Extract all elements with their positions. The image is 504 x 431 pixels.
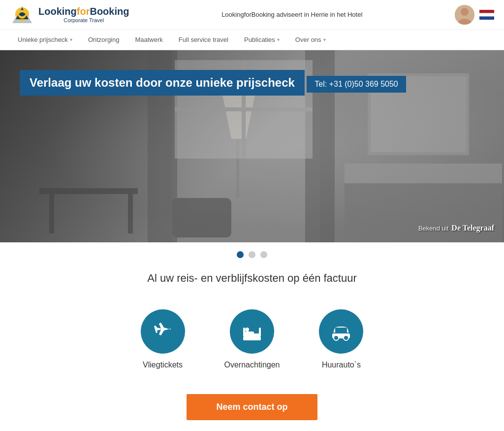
logo-icon [10,3,34,26]
chevron-down-icon: ▾ [277,37,280,42]
logo-brand: LookingforBooking [38,6,129,17]
svg-rect-21 [345,164,502,183]
person-avatar [455,5,474,25]
telegraaf-label: De Telegraaf [451,224,494,232]
carousel-dot-3[interactable] [260,251,267,258]
chevron-down-icon: ▾ [70,37,72,42]
vliegtickets-label: Vliegtickets [143,361,183,369]
site-header: LookingforBooking Corporate Travel Looki… [0,0,504,30]
contact-button[interactable]: Neem contact op [187,394,317,420]
tagline-text: Al uw reis- en verblijfskosten op één fa… [0,272,504,285]
plane-icon [151,320,175,343]
logo-sub: Corporate Travel [38,17,129,23]
services-section: Vliegtickets Overnachtingen [0,299,504,389]
svg-point-35 [334,335,339,340]
svg-point-32 [245,328,249,332]
svg-rect-9 [479,13,494,16]
hero-section: Verlaag uw kosten door onze unieke prijs… [0,50,504,242]
huurautos-icon-circle[interactable] [319,309,363,354]
nav-item-prijscheck[interactable]: Unieke prijscheck ▾ [10,30,80,50]
nav-item-maatwerk[interactable]: Maatwerk [127,30,170,50]
svg-rect-31 [245,332,254,335]
header-center-text: LookingforBooking adviseert in Herrie in… [129,11,455,18]
logo-area[interactable]: LookingforBooking Corporate Travel [10,3,129,26]
header-right [455,5,494,25]
svg-rect-17 [172,198,231,237]
svg-rect-28 [243,336,261,340]
chevron-down-icon: ▾ [323,37,326,42]
car-icon [329,320,353,343]
netherlands-flag-icon[interactable] [479,10,494,20]
overnachtingen-label: Overnachtingen [224,361,280,369]
main-nav: Unieke prijscheck ▾ Ontzorging Maatwerk … [0,30,504,50]
svg-rect-29 [243,328,245,336]
svg-rect-37 [333,332,338,333]
svg-rect-10 [479,16,494,20]
service-overnachtingen: Overnachtingen [224,309,280,369]
overnachtingen-icon-circle[interactable] [230,309,274,354]
huurautos-label: Huurauto`s [322,361,361,369]
svg-point-36 [344,335,348,340]
svg-rect-8 [479,10,494,13]
vliegtickets-icon-circle[interactable] [141,309,185,354]
nav-item-ontzorging[interactable]: Ontzorging [80,30,127,50]
cta-section: Neem contact op [0,389,504,431]
carousel-dots [0,242,504,267]
hero-badge: Bekend uit De Telegraaf [418,224,494,232]
bed-icon [240,320,264,343]
carousel-dot-1[interactable] [237,251,244,258]
svg-rect-14 [39,188,138,194]
service-vliegtickets: Vliegtickets [141,309,185,369]
service-huurautos: Huurauto`s [319,309,363,369]
nav-item-publicaties[interactable]: Publicaties ▾ [236,30,287,50]
carousel-dot-2[interactable] [249,251,255,258]
tagline-section: Al uw reis- en verblijfskosten op één fa… [0,267,504,299]
svg-rect-16 [128,194,133,233]
nav-item-overons[interactable]: Over ons ▾ [287,30,334,50]
hero-content: Verlaag uw kosten door onze unieke prijs… [20,70,406,99]
hero-title: Verlaag uw kosten door onze unieke prijs… [20,70,305,96]
svg-rect-38 [344,332,349,333]
logo-text: LookingforBooking Corporate Travel [38,6,129,23]
svg-rect-30 [259,328,261,336]
svg-point-5 [461,8,469,16]
hero-phone: Tel: +31 (0)50 369 5050 [307,76,406,93]
svg-rect-15 [49,194,54,233]
nav-item-fullservice[interactable]: Full service travel [171,30,236,50]
